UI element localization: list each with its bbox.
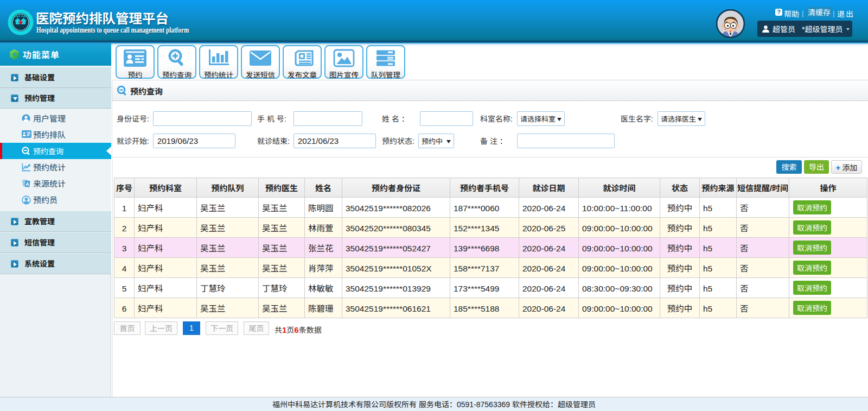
svg-text:A: A	[25, 180, 29, 187]
